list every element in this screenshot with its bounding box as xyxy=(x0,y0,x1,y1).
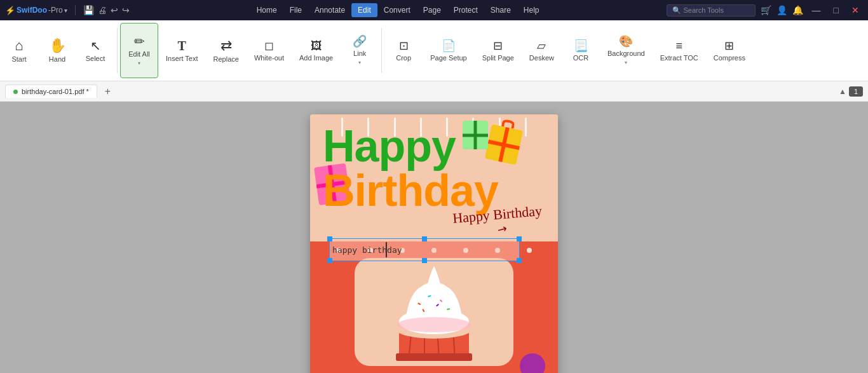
nav-protect[interactable]: Protect xyxy=(447,3,484,17)
card-top: Happy Birthday Happy Birthday ↗ happy b xyxy=(310,114,558,241)
ocr-icon: 📃 xyxy=(574,40,588,51)
background-dropdown: ▾ xyxy=(625,60,627,65)
crop-icon: ⊡ xyxy=(399,40,409,51)
tool-deskew[interactable]: ▱ Deskew xyxy=(522,23,562,78)
happy-text: Happy xyxy=(323,124,545,168)
deskew-icon: ▱ xyxy=(537,40,546,51)
tool-link[interactable]: 🔗 Link ▾ xyxy=(341,23,379,78)
nav-edit[interactable]: Edit xyxy=(351,3,377,17)
cupcake-svg xyxy=(355,258,513,366)
handle-tl xyxy=(327,236,332,241)
tool-white-out[interactable]: ◻ White-out xyxy=(247,23,292,78)
pdf-canvas[interactable]: Happy Birthday Happy Birthday ↗ happy b xyxy=(0,102,868,373)
svg-point-8 xyxy=(397,317,471,332)
tab-bar: birthday-card-01.pdf * + ▲ 1 xyxy=(0,81,868,102)
tool-split-page[interactable]: ⊟ Split Page xyxy=(475,23,522,78)
handle-tm xyxy=(422,236,427,241)
tool-replace[interactable]: ⇄ Replace xyxy=(206,23,247,78)
select-icon: ↖ xyxy=(90,39,101,52)
split-page-icon: ⊟ xyxy=(493,40,503,51)
title-bar: ⚡ SwifDoo-Pro ▾ 💾 🖨 ↩ ↪ Home File Annota… xyxy=(0,0,868,20)
link-icon: 🔗 xyxy=(353,36,367,47)
nav-help[interactable]: Help xyxy=(517,3,546,17)
nav-share[interactable]: Share xyxy=(484,3,517,17)
white-out-icon: ◻ xyxy=(264,40,274,51)
birthday-card: Happy Birthday Happy Birthday ↗ happy b xyxy=(310,114,558,373)
hand-icon: ✋ xyxy=(49,39,66,53)
tool-insert-text[interactable]: T Insert Text xyxy=(158,23,206,78)
happy-birthday-title: Happy Birthday xyxy=(323,124,545,213)
minimize-button[interactable]: — xyxy=(808,3,825,18)
page-setup-icon: 📄 xyxy=(442,40,456,51)
tool-extract-toc[interactable]: ≡ Extract TOC xyxy=(653,23,706,78)
tool-hand[interactable]: ✋ Hand xyxy=(38,23,76,78)
toolbar-divider-1 xyxy=(117,28,118,73)
text-box-content[interactable]: happy birthday xyxy=(332,245,402,255)
insert-text-icon: T xyxy=(178,39,186,52)
nav-annotate[interactable]: Annotate xyxy=(308,3,351,17)
edit-all-dropdown: ▾ xyxy=(138,60,140,66)
tool-select[interactable]: ↖ Select xyxy=(76,23,114,78)
tab-scroll-up[interactable]: ▲ xyxy=(836,85,849,98)
purple-ball xyxy=(520,353,545,373)
user-icon[interactable]: 👤 xyxy=(776,5,787,15)
tool-add-image[interactable]: 🖼 Add Image xyxy=(292,23,341,78)
tab-document[interactable]: birthday-card-01.pdf * xyxy=(5,85,97,98)
cart-icon[interactable]: 🛒 xyxy=(761,5,771,15)
tab-filename: birthday-card-01.pdf * xyxy=(22,88,89,95)
print-icon[interactable]: 🖨 xyxy=(98,5,107,15)
background-icon: 🎨 xyxy=(619,36,633,47)
title-bar-left: ⚡ SwifDoo-Pro ▾ 💾 🖨 ↩ ↪ xyxy=(5,5,130,15)
tool-crop[interactable]: ⊡ Crop xyxy=(384,23,423,78)
tool-page-setup[interactable]: 📄 Page Setup xyxy=(423,23,475,78)
redo-icon[interactable]: ↪ xyxy=(122,5,130,15)
tool-ocr[interactable]: 📃 OCR xyxy=(562,23,600,78)
main-area: Happy Birthday Happy Birthday ↗ happy b xyxy=(0,102,868,373)
undo-icon[interactable]: ↩ xyxy=(111,5,118,15)
nav-file[interactable]: File xyxy=(283,3,308,17)
compress-icon: ⊞ xyxy=(724,40,734,51)
tool-background[interactable]: 🎨 Background ▾ xyxy=(600,23,653,78)
handle-br xyxy=(517,258,522,263)
toolbar-divider-2 xyxy=(381,28,382,73)
cupcake-container xyxy=(355,258,513,366)
link-dropdown: ▾ xyxy=(358,60,361,65)
start-icon: ⌂ xyxy=(15,39,23,53)
text-selection-box[interactable]: happy birthday xyxy=(329,238,520,261)
handle-bm xyxy=(422,258,427,263)
handle-bl xyxy=(327,258,332,263)
nav-convert[interactable]: Convert xyxy=(377,3,417,17)
tool-start[interactable]: ⌂ Start xyxy=(0,23,38,78)
maximize-button[interactable]: □ xyxy=(830,3,843,18)
add-tab-button[interactable]: + xyxy=(100,83,116,100)
tool-compress[interactable]: ⊞ Compress xyxy=(706,23,753,78)
nav-home[interactable]: Home xyxy=(250,3,283,17)
page-number-indicator: 1 xyxy=(849,86,863,97)
add-image-icon: 🖼 xyxy=(311,40,322,51)
handle-tr xyxy=(517,236,522,241)
text-cursor xyxy=(386,242,387,257)
svg-rect-5 xyxy=(396,353,472,361)
tab-modified-indicator xyxy=(13,90,18,94)
search-icon: 🔍 xyxy=(672,6,681,15)
tool-edit-all[interactable]: ✏ Edit All ▾ xyxy=(120,23,158,78)
search-box[interactable]: 🔍 Search Tools xyxy=(667,4,756,17)
close-button[interactable]: ✕ xyxy=(848,3,863,18)
bell-icon[interactable]: 🔔 xyxy=(792,5,803,15)
replace-icon: ⇄ xyxy=(220,39,232,53)
title-bar-nav: Home File Annotate Edit Convert Page Pro… xyxy=(250,3,546,17)
cursive-arrow: ↗ xyxy=(495,221,510,238)
save-icon[interactable]: 💾 xyxy=(83,5,94,15)
toolbar: ⌂ Start ✋ Hand ↖ Select ✏ Edit All ▾ T I… xyxy=(0,20,868,81)
edit-all-icon: ✏ xyxy=(134,35,145,48)
nav-page[interactable]: Page xyxy=(417,3,447,17)
title-bar-right: 🔍 Search Tools 🛒 👤 🔔 — □ ✕ xyxy=(667,3,863,18)
extract-toc-icon: ≡ xyxy=(675,40,682,51)
app-logo: ⚡ SwifDoo-Pro ▾ xyxy=(5,6,67,15)
